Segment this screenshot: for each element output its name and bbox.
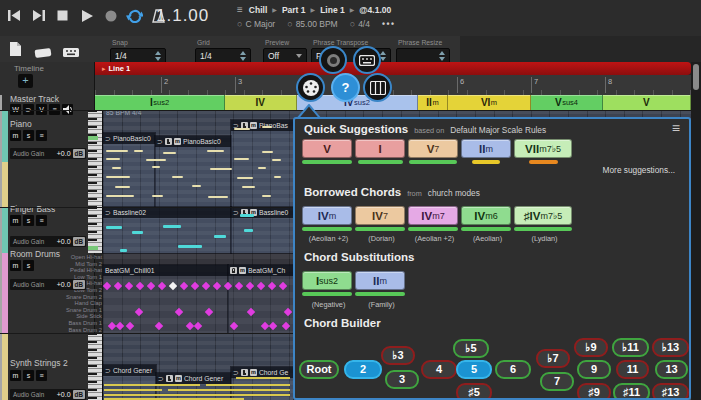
chord-builder-note-button[interactable]: Root (299, 360, 339, 379)
chord-builder-note-button[interactable]: ♭3 (381, 346, 415, 365)
clip-mute-icon[interactable]: m (250, 122, 257, 129)
chord-segment[interactable]: IV (225, 95, 297, 110)
chord-chip[interactable]: IVm (302, 206, 352, 231)
keyboard-tool-button[interactable] (353, 46, 381, 74)
vertical-scrollbar[interactable] (691, 62, 701, 400)
clip-mute-icon[interactable]: m (239, 267, 246, 274)
chord-builder-note-button[interactable]: ♯5 (456, 383, 492, 400)
spinner-icon[interactable] (439, 51, 446, 61)
chord-segment[interactable]: Vsus4 (531, 95, 603, 110)
scrollbar-thumb[interactable] (693, 64, 699, 90)
stop-button[interactable] (54, 8, 71, 23)
chord-segment[interactable]: VIm (448, 95, 531, 110)
chord-builder-note-button[interactable]: 5 (456, 360, 492, 379)
clip-mute-icon[interactable]: m (250, 369, 257, 376)
track-button-m[interactable]: m (10, 215, 21, 226)
chord-builder-note-button[interactable]: ♭9 (574, 338, 608, 357)
chord-chip[interactable]: I (355, 139, 405, 164)
skip-start-button[interactable] (6, 8, 23, 23)
breadcrumb-item[interactable]: Chill (249, 5, 267, 15)
chord-chip[interactable]: IIm (355, 271, 405, 296)
audio-gain-control[interactable]: Audio Gain+0.0dB (10, 148, 86, 159)
new-document-icon[interactable] (8, 41, 22, 61)
spinner-icon[interactable] (240, 51, 247, 61)
loop-button[interactable] (126, 8, 143, 23)
chord-builder-note-button[interactable]: ♭11 (612, 338, 649, 357)
panel-menu-icon[interactable]: ≡ (672, 120, 680, 136)
skip-end-button[interactable] (30, 8, 47, 23)
audio-gain-control[interactable]: Audio Gain+0.0dB (10, 236, 86, 247)
status-item[interactable]: ○C Major (237, 19, 275, 29)
track-button-≡[interactable]: ≡ (36, 215, 47, 226)
chord-builder-note-button[interactable]: ♭7 (536, 349, 570, 368)
breadcrumb-item[interactable]: Line 1 (320, 5, 345, 15)
project-menu-icon[interactable]: ≡ (237, 4, 243, 15)
chord-builder-note-button[interactable]: 9 (577, 360, 611, 379)
chord-builder-note-button[interactable]: 11 (616, 360, 649, 379)
track-button-s[interactable]: s (23, 130, 34, 141)
clip-lock-icon[interactable] (230, 267, 237, 274)
chord-builder-note-button[interactable]: ♯13 (652, 383, 689, 400)
pattern-clip[interactable]: ⊃mPianoBas (231, 120, 293, 207)
bar-ruler[interactable]: 2345678 (95, 75, 691, 96)
chord-builder-note-button[interactable]: 2 (344, 360, 382, 379)
chord-builder-note-button[interactable]: ♭13 (652, 338, 689, 357)
midi-connector-button[interactable] (296, 73, 325, 102)
chord-chip[interactable]: IVm7 (408, 206, 458, 231)
breadcrumb-item[interactable]: Part 1 (282, 5, 306, 15)
strings-keyboard-strip[interactable] (88, 333, 103, 400)
chord-segment[interactable]: IIm (418, 95, 448, 110)
more-options-button[interactable]: ••• (382, 19, 395, 29)
track-button-s[interactable]: s (23, 215, 34, 226)
chord-builder-note-button[interactable]: 4 (421, 360, 457, 379)
add-timeline-button[interactable]: + (18, 74, 33, 88)
chord-builder-note-button[interactable]: 7 (540, 372, 574, 391)
chord-builder-note-button[interactable]: ♯11 (613, 383, 650, 400)
timeline-section-bar[interactable]: ▸ Line 1 (95, 62, 691, 75)
track-button-≡[interactable]: ≡ (36, 370, 47, 381)
breadcrumb-item[interactable]: @4.1.00 (359, 5, 391, 15)
chord-chip[interactable]: VIIm7♭5 (514, 139, 572, 164)
status-item[interactable]: ○4/4 (350, 19, 370, 29)
chord-chip[interactable]: V (302, 139, 352, 164)
clip-lock-icon[interactable] (165, 138, 172, 145)
chord-builder-note-button[interactable]: 3 (385, 370, 419, 389)
audio-gain-control[interactable]: Audio Gain+0.0dB (10, 279, 86, 290)
church-modes-link[interactable]: church modes (428, 188, 480, 198)
chord-chip[interactable]: IVm6 (461, 206, 511, 231)
clip-mute-icon[interactable]: m (174, 138, 181, 145)
chord-segment[interactable]: Isus2 (95, 95, 225, 110)
chord-chip[interactable]: V7 (408, 139, 458, 164)
spinner-icon[interactable] (380, 51, 387, 61)
track-button-s[interactable]: s (23, 370, 34, 381)
record-button[interactable] (102, 8, 119, 23)
chord-builder-note-button[interactable]: 6 (495, 360, 531, 379)
status-item[interactable]: ○85.00 BPM (287, 19, 338, 29)
eraser-icon[interactable] (34, 44, 54, 62)
chord-segment[interactable]: V (603, 95, 691, 110)
chord-builder-note-button[interactable]: ♯9 (577, 383, 611, 400)
chord-builder-note-button[interactable]: ♭5 (453, 339, 489, 358)
clip-mute-icon[interactable]: m (175, 375, 182, 382)
track-button-s[interactable]: s (23, 260, 34, 271)
pattern-clip[interactable]: ⊃Bassline02 (103, 207, 231, 253)
clip-lock-icon[interactable] (241, 369, 248, 376)
chord-builder-note-button[interactable]: 13 (655, 360, 688, 379)
help-button[interactable]: ? (331, 73, 360, 102)
spinner-icon[interactable] (155, 51, 162, 61)
track-button-≡[interactable]: ≡ (36, 130, 47, 141)
more-suggestions-link[interactable]: More suggestions... (603, 165, 675, 175)
track-button-m[interactable]: m (10, 260, 21, 271)
chord-chip[interactable]: Isus2 (302, 271, 352, 296)
play-button[interactable] (78, 8, 95, 23)
knob-tool-button[interactable] (319, 46, 347, 74)
piano-keyboard-strip[interactable] (88, 110, 103, 207)
chord-chip[interactable]: IV7 (355, 206, 405, 231)
chord-chip[interactable]: IIm (461, 139, 511, 164)
audio-gain-control[interactable]: Audio Gain+0.0dB (10, 389, 86, 400)
virtual-keyboard-icon[interactable] (62, 44, 80, 62)
chord-chip[interactable]: ♯IVm7♭5 (514, 206, 572, 231)
clip-lock-icon[interactable] (166, 375, 173, 382)
track-button-m[interactable]: m (10, 130, 21, 141)
scale-rules-link[interactable]: Default Major Scale Rules (450, 125, 546, 135)
